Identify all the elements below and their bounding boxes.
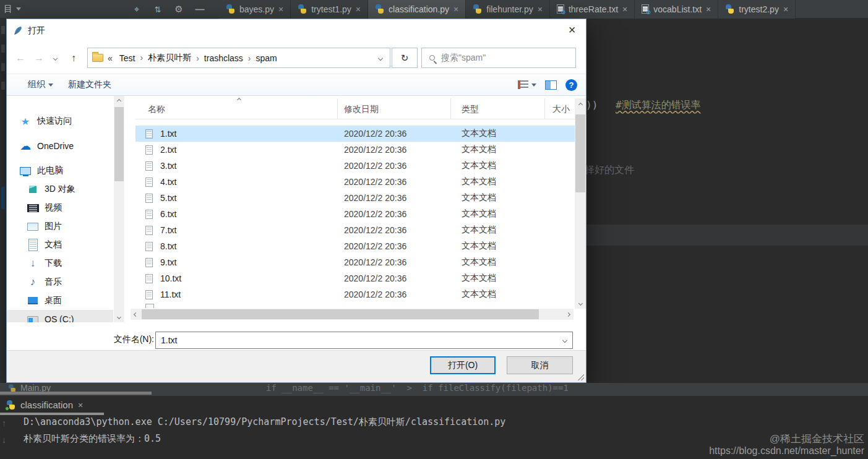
close-tab-icon[interactable] <box>706 4 711 14</box>
file-type: 文本文档 <box>462 160 496 171</box>
sidebar-item[interactable]: 下载 <box>7 254 113 273</box>
close-tab-icon[interactable] <box>356 4 361 14</box>
close-tab-icon[interactable] <box>453 4 458 14</box>
column-header[interactable]: 修改日期 <box>338 98 451 119</box>
sidebar-item[interactable]: OneDrive <box>7 137 113 155</box>
sidebar-item[interactable]: OS (C:) <box>7 310 113 322</box>
file-row[interactable]: 11.txt 2020/12/2 20:36 文本文档 <box>135 286 576 302</box>
editor-tab[interactable]: classification.py <box>368 0 466 19</box>
file-row[interactable]: 8.txt 2020/12/2 20:36 文本文档 <box>135 238 576 254</box>
sidebar-item-icon <box>27 295 39 306</box>
close-tab-icon[interactable] <box>78 400 83 410</box>
scroll-up-icon[interactable] <box>114 96 124 106</box>
scroll-up-icon[interactable] <box>575 100 586 110</box>
organize-menu[interactable]: 组织 <box>20 74 61 95</box>
list-horizontal-scrollbar[interactable] <box>131 309 574 320</box>
breadcrumb-item[interactable]: 朴素贝叶斯 <box>137 53 194 64</box>
sidebar-scrollbar[interactable] <box>114 96 124 322</box>
project-selector[interactable]: 目 <box>0 0 27 19</box>
open-button[interactable]: 打开(O) <box>430 356 496 374</box>
scroll-down-icon[interactable] <box>114 312 124 322</box>
address-dropdown-icon[interactable] <box>378 56 383 61</box>
history-chevron-icon[interactable] <box>50 48 60 69</box>
file-row[interactable]: 4.txt 2020/12/2 20:36 文本文档 <box>135 174 576 190</box>
editor-tab[interactable]: filehunter.py <box>466 0 550 19</box>
settings-gear-icon[interactable] <box>168 4 189 15</box>
sidebar-item[interactable]: 3D 对象 <box>7 180 113 199</box>
locate-icon[interactable] <box>126 4 147 15</box>
file-date: 2020/12/2 20:36 <box>344 257 406 267</box>
file-row[interactable]: 7.txt 2020/12/2 20:36 文本文档 <box>135 222 576 238</box>
dialog-content: 快速访问 OneDrive 此电脑 3D 对象 <box>7 96 586 322</box>
places-sidebar: 快速访问 OneDrive 此电脑 3D 对象 <box>7 96 113 322</box>
cancel-button[interactable]: 取消 <box>507 356 573 374</box>
breadcrumb-item[interactable]: Test <box>117 53 138 63</box>
sidebar-item[interactable]: 桌面 <box>7 291 113 310</box>
text-file-icon <box>557 4 564 14</box>
up-icon[interactable] <box>66 48 81 69</box>
editor-tab[interactable]: trytest1.py <box>291 0 368 19</box>
sidebar-item[interactable]: 文档 <box>7 236 113 254</box>
column-header[interactable]: 类型 <box>451 98 545 119</box>
chevron-down-icon <box>531 84 536 87</box>
file-row[interactable]: 10.txt 2020/12/2 20:36 文本文档 <box>135 270 576 286</box>
editor-tab[interactable]: trytest2.py <box>718 0 796 19</box>
dialog-title-bar[interactable]: 打开 <box>7 19 586 43</box>
scrollbar-thumb[interactable] <box>0 413 104 415</box>
file-row[interactable]: 9.txt 2020/12/2 20:36 文本文档 <box>135 254 576 270</box>
scrollbar-thumb[interactable] <box>114 107 124 181</box>
filename-dropdown-icon[interactable] <box>562 338 567 343</box>
forward-icon[interactable] <box>32 48 46 69</box>
sidebar-item[interactable]: 视频 <box>7 199 113 217</box>
file-row[interactable]: 2.txt 2020/12/2 20:36 文本文档 <box>135 142 576 158</box>
file-row[interactable]: 1.txt 2020/12/2 20:36 文本文档 <box>135 126 576 142</box>
tab-label: filehunter.py <box>486 4 533 14</box>
new-folder-button[interactable]: 新建文件夹 <box>61 74 119 95</box>
breadcrumb-overflow-icon[interactable] <box>108 53 113 64</box>
file-row[interactable]: 5.txt 2020/12/2 20:36 文本文档 <box>135 190 576 206</box>
column-header[interactable]: 大小 <box>545 98 576 119</box>
scroll-to-bottom-icon[interactable] <box>2 435 6 445</box>
run-tab-classification[interactable]: classification <box>6 397 83 412</box>
sidebar-item[interactable]: 图片 <box>7 217 113 236</box>
scroll-right-icon[interactable] <box>563 309 574 320</box>
scrollbar-thumb[interactable] <box>0 392 152 395</box>
close-icon[interactable] <box>558 19 586 40</box>
help-icon[interactable] <box>565 79 577 91</box>
python-file-icon <box>8 384 16 392</box>
scroll-left-icon[interactable] <box>131 309 141 320</box>
filename-input[interactable]: 1.txt <box>155 332 573 349</box>
search-box[interactable]: 搜索"spam" <box>421 48 576 68</box>
column-header[interactable]: 名称 <box>135 98 338 119</box>
refresh-button[interactable] <box>392 48 418 68</box>
editor-tab[interactable]: vocabList.txt <box>635 0 718 19</box>
close-tab-icon[interactable] <box>538 4 543 14</box>
preview-pane-icon[interactable] <box>545 80 557 90</box>
scrollbar-thumb[interactable] <box>575 114 585 192</box>
view-mode-button[interactable] <box>518 80 536 89</box>
sidebar-item[interactable]: 音乐 <box>7 273 113 291</box>
close-tab-icon[interactable] <box>622 4 627 14</box>
sidebar-item[interactable]: 此电脑 <box>7 161 113 180</box>
breadcrumb-item[interactable]: spam <box>246 53 280 63</box>
hide-panel-icon[interactable] <box>189 4 210 14</box>
close-tab-icon[interactable] <box>783 4 788 14</box>
python-file-icon <box>725 4 734 14</box>
file-name: 6.txt <box>160 209 176 219</box>
back-icon[interactable] <box>13 48 28 69</box>
sidebar-item[interactable]: 快速访问 <box>7 112 113 131</box>
list-vertical-scrollbar[interactable] <box>575 98 586 309</box>
scroll-to-top-icon[interactable] <box>2 418 6 428</box>
dialog-footer: 打开(O) 取消 <box>7 350 586 382</box>
scroll-down-icon[interactable] <box>575 298 586 309</box>
close-tab-icon[interactable] <box>278 4 283 14</box>
file-row[interactable]: 6.txt 2020/12/2 20:36 文本文档 <box>135 206 576 222</box>
resize-grip[interactable] <box>578 374 584 380</box>
editor-tab[interactable]: threeRate.txt <box>550 0 635 19</box>
file-row[interactable]: 3.txt 2020/12/2 20:36 文本文档 <box>135 158 576 174</box>
address-bar[interactable]: Test 朴素贝叶斯 trashclass spam <box>87 48 390 68</box>
collapse-all-icon[interactable] <box>147 4 168 14</box>
editor-tab[interactable]: bayes.py <box>219 0 291 19</box>
breadcrumb-item[interactable]: trashclass <box>194 53 246 63</box>
scrollbar-thumb[interactable] <box>142 309 539 319</box>
